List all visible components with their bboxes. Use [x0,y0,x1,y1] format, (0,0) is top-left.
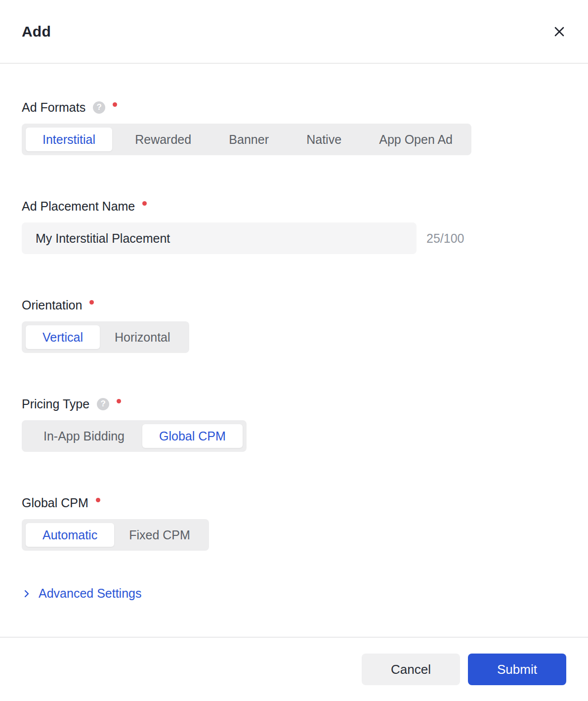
help-icon[interactable]: ? [93,101,105,114]
orientation-label: Orientation [22,298,82,312]
ad-format-option-app-open-ad[interactable]: App Open Ad [364,128,467,151]
char-counter: 25/100 [426,231,464,246]
ad-placement-name-input[interactable] [22,222,417,254]
modal-header: Add [0,0,588,64]
chevron-right-icon [22,589,32,599]
ad-format-option-banner[interactable]: Banner [214,128,284,151]
ad-format-option-interstitial[interactable]: Interstitial [26,128,112,151]
global-cpm-label: Global CPM [22,496,88,510]
required-dot [113,102,117,107]
global-cpm-section: Global CPM Automatic Fixed CPM [22,495,566,551]
ad-formats-label: Ad Formats [22,100,85,115]
submit-button[interactable]: Submit [468,654,566,685]
global-cpm-option-fixed-cpm[interactable]: Fixed CPM [114,523,205,547]
cancel-button[interactable]: Cancel [362,654,460,685]
modal-body: Ad Formats ? Interstitial Rewarded Banne… [0,100,588,601]
pricing-type-section: Pricing Type ? In-App Bidding Global CPM [22,396,566,452]
ad-format-option-native[interactable]: Native [292,128,356,151]
modal-title: Add [22,23,51,40]
ad-placement-name-label: Ad Placement Name [22,199,135,214]
advanced-settings-label: Advanced Settings [39,586,141,601]
orientation-section: Orientation Vertical Horizontal [22,298,566,353]
modal-footer: Cancel Submit [0,637,588,701]
ad-placement-name-section: Ad Placement Name 25/100 [22,199,566,254]
required-dot [89,300,94,305]
required-dot [117,399,121,403]
global-cpm-option-automatic[interactable]: Automatic [26,523,114,547]
pricing-option-global-cpm[interactable]: Global CPM [142,424,243,448]
close-button[interactable] [548,21,570,43]
orientation-option-vertical[interactable]: Vertical [26,325,100,349]
orientation-option-horizontal[interactable]: Horizontal [100,325,185,349]
advanced-settings-link[interactable]: Advanced Settings [22,586,141,601]
pricing-type-segmented: In-App Bidding Global CPM [22,420,247,452]
ad-format-option-rewarded[interactable]: Rewarded [120,128,206,151]
ad-formats-segmented: Interstitial Rewarded Banner Native App … [22,124,471,155]
required-dot [96,498,100,502]
orientation-segmented: Vertical Horizontal [22,321,189,353]
required-dot [142,201,147,206]
close-icon [553,26,565,38]
global-cpm-segmented: Automatic Fixed CPM [22,519,209,551]
pricing-type-label: Pricing Type [22,397,89,411]
help-icon[interactable]: ? [97,398,109,410]
pricing-option-in-app-bidding[interactable]: In-App Bidding [26,424,142,448]
ad-formats-section: Ad Formats ? Interstitial Rewarded Banne… [22,100,566,155]
